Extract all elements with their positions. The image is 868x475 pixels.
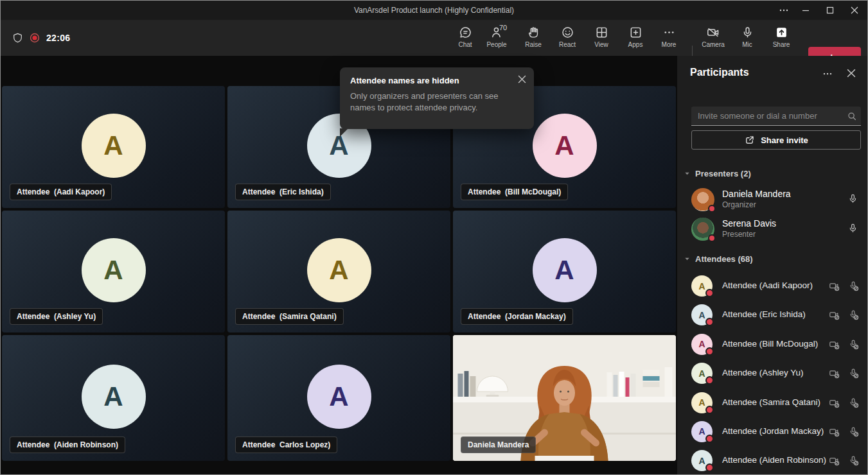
presenter-row[interactable]: Daniela Mandera Organizer <box>677 185 868 214</box>
panel-close-icon[interactable] <box>847 69 856 78</box>
tooltip-body: Only organizers and presenters can see n… <box>350 91 524 114</box>
presenter-row[interactable]: Serena Davis Presenter <box>677 214 868 244</box>
attendee-name: Attendee (Eric Ishida) <box>722 309 806 319</box>
camera-label: Camera <box>702 41 725 48</box>
presenters-section-header[interactable]: Presenters (2) <box>684 167 857 180</box>
participant-tile[interactable]: A Attendee (Jordan Mackay) <box>453 211 676 332</box>
camera-disabled-icon <box>829 426 840 438</box>
attendee-row[interactable]: A Attendee (Jordan Mackay) <box>677 418 868 447</box>
attendee-row[interactable]: A Attendee (Aadi Kapoor) <box>677 272 868 301</box>
participant-name-label: Attendee Carlos Lopez) <box>235 436 337 453</box>
avatar: A <box>533 238 597 302</box>
camera-disabled-icon <box>829 339 840 350</box>
attendee-name: Attendee (Bill McDougal) <box>722 339 818 349</box>
people-button[interactable]: 70 People <box>480 24 513 53</box>
attendee-row[interactable]: A Attendee (Bill McDougal) <box>677 331 868 359</box>
tooltip-title: Attendee names are hidden <box>350 76 524 85</box>
mic-label: Mic <box>742 41 752 48</box>
mic-icon <box>741 24 754 39</box>
more-button[interactable]: More <box>652 24 686 53</box>
participants-panel: Participants Share invite Presenters (2) <box>677 56 868 475</box>
people-label: People <box>486 41 506 48</box>
camera-disabled-icon <box>829 368 840 379</box>
apps-label: Apps <box>628 41 643 48</box>
minimize-button[interactable] <box>793 1 819 20</box>
mic-icon[interactable] <box>847 193 858 204</box>
react-button[interactable]: React <box>551 24 584 53</box>
people-count-badge: 70 <box>499 24 507 31</box>
camera-toggle-button[interactable]: Camera <box>696 24 730 53</box>
panel-more-icon[interactable] <box>822 69 833 79</box>
presenter-name: Serena Davis <box>722 218 776 229</box>
presenter-name: Daniela Mandera <box>722 189 791 199</box>
presenter-role: Organizer <box>722 200 756 209</box>
mic-icon[interactable] <box>847 223 858 234</box>
attendee-row[interactable]: A Attendee (Samira Qatani) <box>677 389 868 418</box>
camera-disabled-icon <box>829 309 840 321</box>
participant-tile[interactable]: A Attendee Carlos Lopez) <box>227 335 450 461</box>
raise-label: Raise <box>525 41 542 48</box>
attendee-privacy-tooltip: Attendee names are hidden Only organizer… <box>340 67 534 129</box>
presenters-header-label: Presenters (2) <box>695 169 751 178</box>
participant-video-tile[interactable]: Daniela Mandera <box>453 335 676 461</box>
raise-hand-icon <box>527 24 540 39</box>
maximize-button[interactable] <box>817 1 843 20</box>
presence-busy-dot <box>705 435 714 443</box>
presence-busy-dot <box>705 463 714 472</box>
participant-tile[interactable]: A Attendee (Samira Qatani) <box>227 211 450 332</box>
meeting-status-cluster: 22:06 <box>12 20 70 56</box>
attendee-name: Attendee (Ashley Yu) <box>722 368 804 377</box>
mic-toggle-button[interactable]: Mic <box>731 24 764 53</box>
react-label: React <box>559 41 576 48</box>
panel-title: Participants <box>690 67 749 78</box>
view-button[interactable]: View <box>585 24 618 53</box>
tooltip-close-icon[interactable] <box>518 75 526 83</box>
window-title: VanArsdel Product launch (Highly Confide… <box>1 1 867 20</box>
avatar: A <box>307 238 371 302</box>
shield-icon <box>12 32 23 44</box>
avatar <box>691 218 714 241</box>
participant-tile[interactable]: A Attendee (Ashley Yu) <box>2 211 225 332</box>
participant-name-label: Attendee (Eric Ishida) <box>235 184 331 200</box>
share-screen-button[interactable]: Share <box>765 24 798 53</box>
attendee-name: Attendee (Aadi Kapoor) <box>722 281 813 290</box>
presence-busy-dot <box>705 318 714 326</box>
more-label: More <box>662 41 677 48</box>
presence-busy-dot <box>705 376 714 384</box>
recording-indicator-icon <box>30 33 40 43</box>
share-invite-label: Share invite <box>761 135 808 145</box>
presence-busy-dot <box>705 406 714 414</box>
raise-hand-button[interactable]: Raise <box>517 24 550 53</box>
avatar: A <box>533 114 597 178</box>
camera-off-icon <box>706 24 720 39</box>
mic-disabled-icon <box>848 397 860 409</box>
close-window-button[interactable] <box>842 1 867 20</box>
meeting-timer: 22:06 <box>46 33 70 43</box>
avatar: A <box>82 114 146 178</box>
more-ellipsis-icon <box>662 24 676 39</box>
chat-icon <box>459 24 472 39</box>
participant-tile[interactable]: A Attendee (Aadi Kapoor) <box>2 86 225 208</box>
share-invite-button[interactable]: Share invite <box>691 130 861 150</box>
participants-panel-header: Participants <box>677 56 868 92</box>
apps-button[interactable]: Apps <box>619 24 652 53</box>
presence-busy-dot <box>705 289 714 297</box>
participant-name-label: Attendee (Aadi Kapoor) <box>10 184 112 200</box>
chevron-down-icon <box>684 170 691 177</box>
share-label: Share <box>773 41 790 48</box>
attendee-row[interactable]: A Attendee (Eric Ishida) <box>677 301 868 330</box>
attendee-row[interactable]: A Attendee (Ashley Yu) <box>677 359 868 388</box>
avatar: A <box>82 365 146 429</box>
attendees-section-header[interactable]: Attendees (68) <box>684 252 857 265</box>
mic-disabled-icon <box>848 455 860 467</box>
participant-tile[interactable]: A Attendee (Aiden Robinson) <box>2 335 225 461</box>
invite-input[interactable] <box>691 107 861 126</box>
avatar: A <box>82 238 146 302</box>
attendee-name: Attendee (Aiden Robinson) <box>722 455 826 465</box>
attendee-row[interactable]: A Attendee (Aiden Robinson) <box>677 447 868 475</box>
presence-busy-dot <box>708 234 716 242</box>
participant-name-label: Attendee (Ashley Yu) <box>10 308 103 325</box>
search-icon <box>847 111 857 121</box>
titlebar: VanArsdel Product launch (Highly Confide… <box>1 1 867 20</box>
chat-button[interactable]: Chat <box>448 24 482 53</box>
